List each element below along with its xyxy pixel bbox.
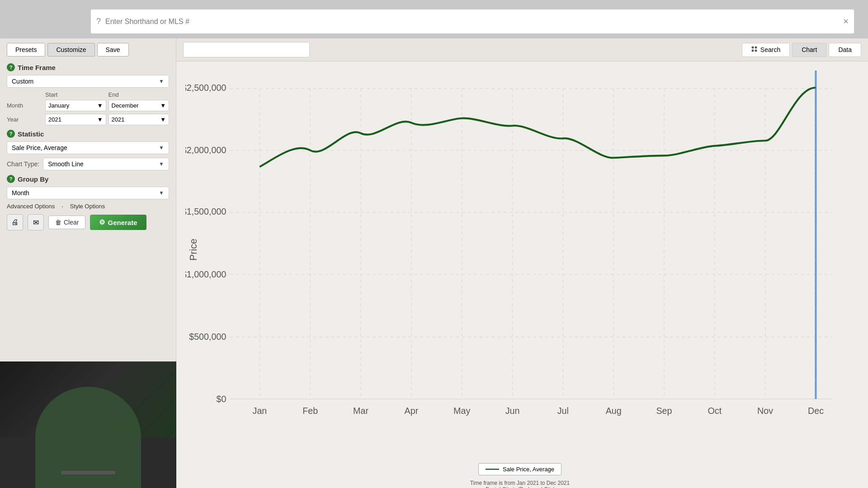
year-row: Year 2021 ▼ 2021 ▼ xyxy=(7,114,169,125)
chart-footnote: Time frame is from Jan 2021 to Dec 2021 … xyxy=(185,480,854,488)
statistic-label: Statistic xyxy=(18,130,44,138)
dot-separator: · xyxy=(61,203,63,210)
svg-text:Nov: Nov xyxy=(757,406,773,416)
group-by-selected: Month xyxy=(12,189,29,197)
svg-point-3 xyxy=(755,49,757,52)
start-year-select[interactable]: 2021 ▼ xyxy=(45,114,106,125)
time-frame-label: Time Frame xyxy=(18,64,56,71)
end-year-select[interactable]: 2021 ▼ xyxy=(108,114,170,125)
search-view-label: Search xyxy=(760,46,780,53)
statistic-dropdown[interactable]: Sale Price, Average ▼ xyxy=(7,141,169,154)
svg-text:Mar: Mar xyxy=(353,406,368,416)
chart-area: $0 $500,000 $1,000,000 $1,500,000 $2,000… xyxy=(185,70,854,459)
search-dots-icon xyxy=(751,46,758,54)
data-view-button[interactable]: Data xyxy=(829,43,861,57)
svg-point-1 xyxy=(755,46,757,48)
footnote-line2: Postal City is 'Redwood City' xyxy=(185,486,854,488)
options-row: Advanced Options · Style Options xyxy=(7,203,169,210)
svg-text:May: May xyxy=(453,406,470,416)
svg-point-2 xyxy=(751,49,754,52)
data-view-label: Data xyxy=(838,46,852,53)
close-icon[interactable]: × xyxy=(843,16,849,27)
chart-view-button[interactable]: Chart xyxy=(792,43,826,57)
time-frame-arrow: ▼ xyxy=(159,78,164,84)
start-label: Start xyxy=(45,91,106,98)
svg-text:Jun: Jun xyxy=(505,406,520,416)
time-frame-selected: Custom xyxy=(12,78,33,85)
main-search-box[interactable] xyxy=(183,42,310,57)
chart-type-row: Chart Type: Smooth Line ▼ xyxy=(7,158,169,170)
video-thumbnail xyxy=(0,361,176,488)
year-label: Year xyxy=(7,116,43,123)
main-top-bar: Search Chart Data xyxy=(176,38,868,61)
svg-text:Sep: Sep xyxy=(656,406,672,416)
legend-label: Sale Price, Average xyxy=(503,466,554,473)
start-year-arrow: ▼ xyxy=(97,116,103,123)
svg-text:$2,500,000: $2,500,000 xyxy=(185,83,226,93)
time-frame-dropdown[interactable]: Custom ▼ xyxy=(7,75,169,88)
tab-bar: Presets Customize Save xyxy=(7,43,169,56)
statistic-arrow: ▼ xyxy=(159,145,164,151)
help-icon: ? xyxy=(96,17,101,26)
chart-type-dropdown[interactable]: Smooth Line ▼ xyxy=(43,158,169,170)
svg-text:Feb: Feb xyxy=(302,406,318,416)
legend-item: Sale Price, Average xyxy=(478,463,561,475)
generate-button[interactable]: ⚙ Generate xyxy=(90,215,146,230)
time-frame-header: ? Time Frame xyxy=(7,63,169,71)
svg-text:$1,500,000: $1,500,000 xyxy=(185,206,226,216)
chart-line xyxy=(259,88,816,167)
svg-text:Jul: Jul xyxy=(557,406,569,416)
email-button[interactable]: ✉ xyxy=(28,214,44,230)
search-view-button[interactable]: Search xyxy=(742,43,790,57)
clear-icon: 🗑 xyxy=(55,219,61,226)
action-row: 🖨 ✉ 🗑 Clear ⚙ Generate xyxy=(7,214,169,230)
chart-type-label: Chart Type: xyxy=(7,160,39,168)
chart-type-arrow: ▼ xyxy=(159,161,164,167)
generate-label: Generate xyxy=(108,219,137,226)
generate-icon: ⚙ xyxy=(99,218,105,226)
svg-text:Dec: Dec xyxy=(808,406,824,416)
svg-text:$0: $0 xyxy=(216,394,226,404)
svg-text:$2,000,000: $2,000,000 xyxy=(185,145,226,155)
tab-presets[interactable]: Presets xyxy=(7,43,45,56)
start-month-select[interactable]: January ▼ xyxy=(45,100,106,111)
sidebar: Presets Customize Save ? Time Frame Cust… xyxy=(0,38,176,488)
time-frame-help-icon[interactable]: ? xyxy=(7,63,15,71)
chart-legend: Sale Price, Average xyxy=(185,463,854,475)
svg-text:Oct: Oct xyxy=(708,406,722,416)
svg-point-0 xyxy=(751,46,754,48)
search-bar: ? × xyxy=(90,9,854,34)
clear-label: Clear xyxy=(64,219,79,226)
y-axis-label: Price xyxy=(188,239,199,261)
advanced-options-link[interactable]: Advanced Options xyxy=(7,203,55,210)
end-month-select[interactable]: December ▼ xyxy=(108,100,170,111)
search-input[interactable] xyxy=(105,18,839,26)
end-year-arrow: ▼ xyxy=(160,116,166,123)
style-options-link[interactable]: Style Options xyxy=(70,203,105,210)
print-button[interactable]: 🖨 xyxy=(7,214,23,230)
group-by-dropdown[interactable]: Month ▼ xyxy=(7,187,169,199)
group-by-arrow: ▼ xyxy=(159,190,164,196)
tab-customize[interactable]: Customize xyxy=(47,43,94,56)
statistic-header: ? Statistic xyxy=(7,130,169,138)
tab-save[interactable]: Save xyxy=(97,43,129,56)
svg-text:$1,000,000: $1,000,000 xyxy=(185,269,226,279)
legend-line xyxy=(486,469,499,470)
month-label: Month xyxy=(7,102,43,109)
chart-view-label: Chart xyxy=(802,46,817,53)
month-row: Month January ▼ December ▼ xyxy=(7,100,169,111)
start-month-arrow: ▼ xyxy=(97,102,103,109)
group-by-header: ? Group By xyxy=(7,175,169,183)
svg-text:$500,000: $500,000 xyxy=(189,332,226,342)
end-label: End xyxy=(108,91,170,98)
chart-svg: $0 $500,000 $1,000,000 $1,500,000 $2,000… xyxy=(185,70,854,459)
main-area: Search Chart Data xyxy=(176,38,868,488)
footnote-line1: Time frame is from Jan 2021 to Dec 2021 xyxy=(185,480,854,486)
clear-button[interactable]: 🗑 Clear xyxy=(48,216,85,229)
chart-container: $0 $500,000 $1,000,000 $1,500,000 $2,000… xyxy=(176,61,868,488)
group-by-help-icon[interactable]: ? xyxy=(7,175,15,183)
statistic-help-icon[interactable]: ? xyxy=(7,130,15,138)
svg-text:Jan: Jan xyxy=(253,406,267,416)
svg-text:Aug: Aug xyxy=(606,406,622,416)
date-headers: Start End xyxy=(7,91,169,98)
